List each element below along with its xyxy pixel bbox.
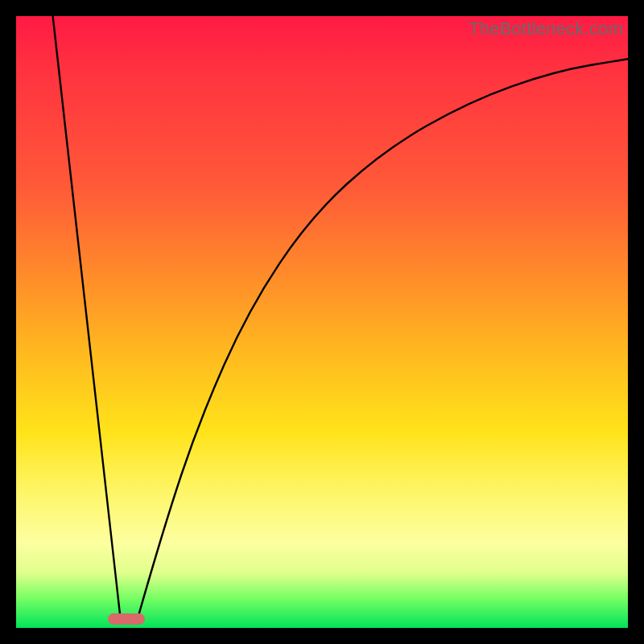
bottleneck-curve <box>16 16 628 628</box>
chart-frame: TheBottleneck.com <box>0 0 644 644</box>
minimum-marker <box>108 613 145 625</box>
curve-path <box>53 16 628 616</box>
plot-area: TheBottleneck.com <box>16 16 628 628</box>
